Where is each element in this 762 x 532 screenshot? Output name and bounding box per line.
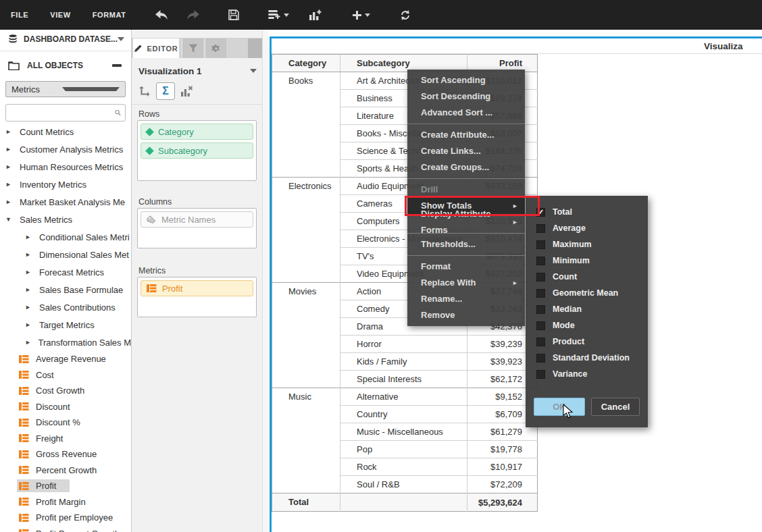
tree-metric-discount[interactable]: Discount — [0, 399, 131, 415]
tree-metric-cost-growth[interactable]: Cost Growth — [0, 383, 131, 399]
tree-folder-transformation-sales-m[interactable]: ►Transformation Sales M — [0, 334, 131, 351]
totals-option-maximum[interactable]: Maximum — [526, 236, 648, 252]
tree-metric-profit-per-employee[interactable]: Profit per Employee — [0, 510, 131, 526]
metrics-drop-zone[interactable]: Profit — [137, 277, 257, 317]
menu-item-format[interactable]: Format — [407, 259, 525, 275]
count-checkbox[interactable] — [536, 273, 545, 282]
tab-editor[interactable]: EDITOR — [133, 38, 179, 58]
add-visualization-button[interactable] — [302, 3, 329, 26]
minimum-checkbox[interactable] — [536, 257, 545, 265]
product-checkbox[interactable] — [536, 338, 545, 346]
expand-arrow-icon[interactable]: ► — [25, 286, 33, 293]
tree-metric-gross-revenue[interactable]: Gross Revenue — [0, 446, 131, 462]
grid-profit-cell[interactable]: $10,917 — [467, 458, 538, 476]
tree-folder-forecast-metrics[interactable]: ►Forecast Metrics — [0, 263, 131, 281]
collapse-arrow-icon[interactable]: ▼ — [5, 216, 14, 223]
rows-drop-zone[interactable]: Category Subcategory — [137, 120, 257, 181]
tree-folder-customer-analysis-metrics[interactable]: ►Customer Analysis Metrics — [0, 140, 131, 158]
ok-button[interactable]: OK — [534, 398, 585, 416]
grid-profit-cell[interactable]: $72,209 — [467, 476, 538, 494]
tree-folder-human-resources-metrics[interactable]: ►Human Resources Metrics — [0, 158, 131, 176]
tree-folder-sales-contributions[interactable]: ►Sales Contributions — [0, 298, 131, 316]
column-pill-metric-names[interactable]: Metric Names — [141, 211, 253, 228]
menu-item-display-attribute-forms[interactable]: Display Attribute Forms► — [407, 214, 525, 230]
expand-arrow-icon[interactable]: ► — [5, 181, 14, 188]
tree-metric-profit-margin[interactable]: Profit Margin — [0, 494, 131, 510]
tree-folder-sales-base-formulae[interactable]: ►Sales Base Formulae — [0, 281, 131, 298]
swap-axes-icon[interactable] — [137, 85, 151, 97]
variance-checkbox[interactable] — [536, 370, 545, 379]
grid-category-cell[interactable]: Electronics — [272, 178, 340, 283]
metric-pill-profit[interactable]: Profit — [141, 280, 253, 296]
average-checkbox[interactable] — [536, 224, 545, 233]
grid-subcategory-cell[interactable]: Soul / R&B — [340, 476, 467, 494]
tab-filter[interactable] — [182, 38, 203, 58]
collapse-panel-icon[interactable] — [112, 64, 122, 67]
expand-arrow-icon[interactable]: ► — [5, 146, 14, 153]
grid-subcategory-cell[interactable]: Country — [340, 406, 467, 423]
totals-option-average[interactable]: Average — [526, 220, 648, 236]
total-checkbox[interactable]: ✓ — [536, 208, 545, 217]
row-pill-subcategory[interactable]: Subcategory — [141, 142, 253, 159]
tree-metric-discount[interactable]: Discount % — [0, 415, 131, 431]
mode-checkbox[interactable] — [536, 321, 545, 330]
menu-item-remove[interactable]: Remove — [407, 307, 525, 323]
file-menu[interactable]: FILE — [0, 0, 39, 30]
menu-item-create-groups[interactable]: Create Groups... — [407, 159, 525, 176]
tree-metric-cost[interactable]: Cost — [0, 367, 131, 383]
format-menu[interactable]: FORMAT — [82, 0, 137, 30]
totals-option-variance[interactable]: Variance — [526, 366, 648, 382]
grid-subcategory-cell[interactable]: Horror — [340, 336, 467, 353]
maximum-checkbox[interactable] — [536, 240, 545, 249]
menu-item-create-links[interactable]: Create Links... — [407, 143, 525, 159]
totals-option-standard-deviation[interactable]: Standard Deviation — [526, 350, 648, 366]
search-input[interactable] — [10, 108, 115, 117]
cancel-button[interactable]: Cancel — [591, 398, 640, 416]
menu-item-sort-ascending[interactable]: Sort Ascending — [407, 72, 525, 88]
row-pill-category[interactable]: Category — [141, 124, 253, 140]
expand-arrow-icon[interactable]: ► — [25, 321, 33, 328]
grid-subcategory-cell[interactable]: Rock — [340, 458, 467, 476]
view-menu[interactable]: VIEW — [39, 0, 82, 30]
totals-option-product[interactable]: Product — [526, 334, 648, 350]
tree-folder-inventory-metrics[interactable]: ►Inventory Metrics — [0, 176, 131, 193]
standard-deviation-checkbox[interactable] — [536, 354, 545, 363]
expand-arrow-icon[interactable]: ► — [25, 339, 32, 346]
save-button[interactable] — [222, 3, 245, 26]
expand-arrow-icon[interactable]: ► — [25, 269, 33, 275]
totals-option-minimum[interactable]: Minimum — [526, 252, 648, 269]
grid-subcategory-cell[interactable]: Special Interests — [340, 371, 467, 388]
object-search[interactable] — [5, 104, 126, 122]
expand-arrow-icon[interactable]: ► — [5, 198, 14, 205]
median-checkbox[interactable] — [536, 305, 545, 314]
dataset-caret-icon[interactable] — [118, 37, 124, 41]
totals-option-total[interactable]: ✓Total — [526, 204, 648, 220]
add-data-button[interactable] — [263, 3, 294, 26]
menu-item-sort-descending[interactable]: Sort Descending — [407, 88, 525, 105]
dataset-header[interactable]: DASHBOARD DATASE... — [0, 27, 131, 51]
tree-folder-sales-metrics[interactable]: ▼Sales Metrics — [0, 211, 131, 228]
grid-subcategory-cell[interactable]: Alternative — [340, 388, 467, 406]
refresh-button[interactable] — [394, 3, 417, 26]
grid-category-cell[interactable]: Music — [272, 388, 340, 494]
totals-option-mode[interactable]: Mode — [526, 317, 648, 334]
tree-folder-market-basket-analysis-me[interactable]: ►Market Basket Analysis Me — [0, 193, 131, 211]
totals-sigma-button[interactable]: Σ — [156, 82, 175, 100]
expand-arrow-icon[interactable]: ► — [5, 128, 14, 135]
totals-option-geometric-mean[interactable]: Geometric Mean — [526, 285, 648, 301]
menu-item-advanced-sort[interactable]: Advanced Sort ... — [407, 105, 525, 121]
grid-profit-cell[interactable]: $19,778 — [467, 441, 538, 458]
grid-subcategory-cell[interactable]: Music - Miscellaneous — [340, 423, 467, 441]
tree-metric-percent-growth[interactable]: Percent Growth — [0, 462, 131, 479]
undo-button[interactable] — [151, 3, 174, 26]
tree-folder-dimensional-sales-met[interactable]: ►Dimensional Sales Met — [0, 246, 131, 263]
tree-folder-target-metrics[interactable]: ►Target Metrics — [0, 316, 131, 334]
grid-subcategory-cell[interactable]: Pop — [340, 441, 467, 458]
tree-folder-conditional-sales-metri[interactable]: ►Conditional Sales Metri — [0, 228, 131, 246]
geometric-mean-checkbox[interactable] — [536, 289, 545, 298]
menu-item-thresholds[interactable]: Thresholds... — [407, 236, 525, 252]
tab-properties[interactable] — [205, 38, 226, 58]
tree-metric-average-revenue[interactable]: Average Revenue — [0, 351, 131, 367]
expand-arrow-icon[interactable]: ► — [5, 163, 14, 170]
visualization-menu-caret-icon[interactable] — [250, 69, 257, 73]
